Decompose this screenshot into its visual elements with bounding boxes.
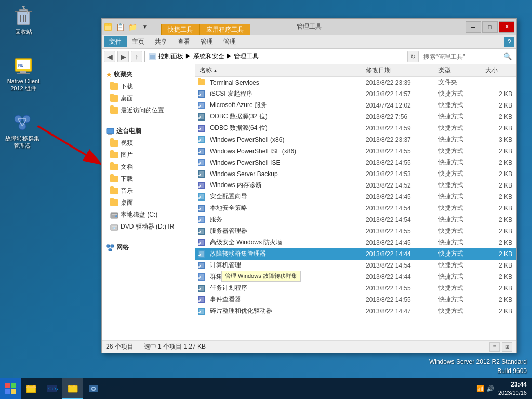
desktop: 回收站 NC Native Client 2012 组件 故障转 — [0, 0, 532, 399]
maximize-button[interactable]: □ — [482, 21, 498, 33]
file-list-header: 名称 ▲ 修改日期 类型 大小 — [195, 64, 516, 77]
menu-home[interactable]: 主页 — [127, 36, 150, 47]
qat-dropdown-btn[interactable]: ▼ — [139, 21, 151, 33]
close-button[interactable]: ✕ — [499, 21, 514, 33]
taskbar-explorer-btn[interactable] — [21, 378, 42, 399]
sidebar-item-local-disk[interactable]: 本地磁盘 (C:) — [102, 209, 195, 221]
file-name: 安全配置向导 — [208, 192, 364, 201]
file-list[interactable]: 名称 ▲ 修改日期 类型 大小 Terminal Services — [195, 64, 516, 340]
taskbar-terminal-btn[interactable]: C:\>_ — [42, 378, 62, 399]
file-name: ODBC 数据源(64 位) — [208, 124, 364, 132]
file-row[interactable]: 高级安全 Windows 防火墙 2013/8/22 14:45 快捷方式 2 … — [195, 237, 516, 248]
shortcut-icon — [197, 284, 206, 292]
file-row[interactable]: 服务器管理器 2013/8/22 14:55 快捷方式 2 KB — [195, 225, 516, 237]
address-path[interactable]: 控制面板 ▶ 系统和安全 ▶ 管理工具 — [144, 51, 405, 62]
large-icons-view-button[interactable]: ⊞ — [502, 342, 512, 352]
minimize-button[interactable]: ─ — [466, 21, 481, 33]
file-row[interactable]: ODBC 数据源(64 位) 2013/8/22 14:59 快捷方式 2 KB — [195, 123, 516, 134]
sidebar-item-recent[interactable]: 最近访问的位置 — [102, 104, 195, 116]
file-row[interactable]: 本地安全策略 2013/8/22 14:54 快捷方式 2 KB — [195, 203, 516, 214]
title-bar: 📋 📁 ▼ 快捷工具 应用程序工具 管理工具 ─ □ ✕ — [102, 19, 516, 35]
window-controls: ─ □ ✕ — [464, 21, 514, 33]
recycle-bin-icon[interactable]: 回收站 — [5, 5, 42, 35]
file-row[interactable]: 事件查看器 2013/8/22 14:55 快捷方式 2 KB — [195, 294, 516, 305]
search-icon: 🔍 — [503, 52, 512, 60]
file-rows-container: Terminal Services 2013/8/22 23:39 文件夹 iS… — [195, 77, 516, 317]
sidebar-item-pictures[interactable]: 图片 — [102, 149, 195, 161]
file-row[interactable]: 任务计划程序 2013/8/22 14:55 快捷方式 2 KB — [195, 283, 516, 294]
file-row[interactable]: 计算机管理 2013/8/22 14:54 快捷方式 2 KB — [195, 260, 516, 271]
file-type: 快捷方式 — [436, 158, 483, 167]
taskbar-folder-btn[interactable] — [62, 378, 83, 399]
qat-new-folder-btn[interactable]: 📁 — [127, 21, 138, 33]
shortcut-icon — [197, 296, 206, 304]
up-button[interactable]: ↑ — [131, 51, 142, 62]
file-row[interactable]: Windows Server Backup 2013/8/22 14:53 快捷… — [195, 168, 516, 180]
col-header-size[interactable]: 大小 — [483, 66, 514, 75]
file-date: 2013/8/22 23:37 — [364, 136, 436, 143]
details-view-button[interactable]: ≡ — [489, 342, 500, 352]
sidebar-item-desktop[interactable]: 桌面 — [102, 197, 195, 209]
help-button[interactable]: ? — [504, 37, 514, 47]
svg-rect-22 — [150, 55, 155, 59]
search-input[interactable] — [423, 53, 503, 60]
this-pc-header[interactable]: 这台电脑 — [102, 125, 195, 137]
sidebar-item-desktop-fav[interactable]: 桌面 — [102, 92, 195, 104]
file-row[interactable]: 安全配置向导 2013/8/22 14:45 快捷方式 2 KB — [195, 191, 516, 203]
favorites-section: ★ 收藏夹 下载 桌面 最近访问的位置 — [102, 66, 195, 118]
file-type: 快捷方式 — [436, 261, 483, 270]
file-name: 高级安全 Windows 防火墙 — [208, 238, 364, 247]
file-row[interactable]: 群集感知更新 2013/8/22 14:44 快捷方式 2 KB — [195, 271, 516, 283]
network-icon: 📶 — [476, 385, 484, 392]
sidebar-item-downloads[interactable]: 下载 — [102, 173, 195, 185]
col-header-date[interactable]: 修改日期 — [364, 66, 436, 75]
start-button[interactable] — [0, 378, 21, 399]
sidebar-item-downloads-fav[interactable]: 下载 — [102, 81, 195, 92]
menu-manage2[interactable]: 管理 — [218, 36, 241, 47]
menu-share[interactable]: 共享 — [150, 36, 172, 47]
file-row[interactable]: Microsoft Azure 服务 2014/7/24 12:02 快捷方式 … — [195, 100, 516, 111]
col-header-name[interactable]: 名称 ▲ — [197, 66, 364, 75]
file-type: 快捷方式 — [436, 307, 483, 315]
file-row[interactable]: ODBC 数据源(32 位) 2013/8/22 7:56 快捷方式 2 KB — [195, 111, 516, 123]
favorites-header[interactable]: ★ 收藏夹 — [102, 69, 195, 81]
title-bar-icons — [104, 23, 112, 31]
menu-manage1[interactable]: 管理 — [195, 36, 218, 47]
qat-properties-btn[interactable]: 📋 — [114, 21, 126, 33]
shortcut-icon — [197, 307, 206, 315]
shortcut-icon — [197, 113, 206, 121]
tab-app-tools[interactable]: 应用程序工具 — [200, 24, 250, 35]
search-box[interactable]: 🔍 — [421, 51, 514, 62]
shortcut-icon — [197, 124, 206, 132]
back-button[interactable]: ◀ — [104, 51, 115, 62]
file-size: 2 KB — [483, 228, 514, 235]
shortcut-icon — [197, 147, 206, 155]
failover-cluster-icon[interactable]: 故障转移群集管理器 — [3, 112, 42, 150]
file-row[interactable]: iSCSI 发起程序 2013/8/22 14:57 快捷方式 2 KB — [195, 88, 516, 100]
file-row[interactable]: Windows 内存诊断 2013/8/22 14:52 快捷方式 2 KB — [195, 180, 516, 191]
svg-rect-80 — [5, 389, 10, 394]
file-row[interactable]: Windows PowerShell ISE (x86) 2013/8/22 1… — [195, 145, 516, 157]
col-header-type[interactable]: 类型 — [436, 66, 483, 75]
sidebar-item-documents[interactable]: 文档 — [102, 161, 195, 173]
file-row[interactable]: 服务 2013/8/22 14:54 快捷方式 2 KB — [195, 214, 516, 225]
sidebar-item-music[interactable]: 音乐 — [102, 185, 195, 197]
tab-quick-tools[interactable]: 快捷工具 — [161, 24, 200, 35]
file-size: 2 KB — [483, 148, 514, 155]
file-row[interactable]: Windows PowerShell ISE 2013/8/22 14:55 快… — [195, 157, 516, 168]
file-row[interactable]: Windows PowerShell (x86) 2013/8/22 23:37… — [195, 134, 516, 145]
sidebar-item-videos[interactable]: 视频 — [102, 137, 195, 149]
refresh-button[interactable]: ↻ — [407, 51, 419, 62]
menu-view[interactable]: 查看 — [172, 36, 195, 47]
network-section: 网络 — [102, 240, 195, 256]
native-client-icon[interactable]: NC Native Client 2012 组件 — [3, 55, 44, 92]
taskbar-settings-btn[interactable] — [83, 378, 104, 399]
network-header[interactable]: 网络 — [102, 242, 195, 254]
menu-file[interactable]: 文件 — [104, 36, 127, 47]
file-row[interactable]: Terminal Services 2013/8/22 23:39 文件夹 — [195, 77, 516, 88]
file-row[interactable]: 碎片整理和优化驱动器 2013/8/22 14:47 快捷方式 2 KB — [195, 305, 516, 317]
forward-button[interactable]: ▶ — [117, 51, 129, 62]
file-row[interactable]: 故障转移群集管理器 2013/8/22 14:44 快捷方式 2 KB — [195, 248, 516, 260]
shortcut-icon — [197, 136, 206, 144]
sidebar-item-dvd[interactable]: DVD 驱动器 (D:) IR — [102, 221, 195, 233]
